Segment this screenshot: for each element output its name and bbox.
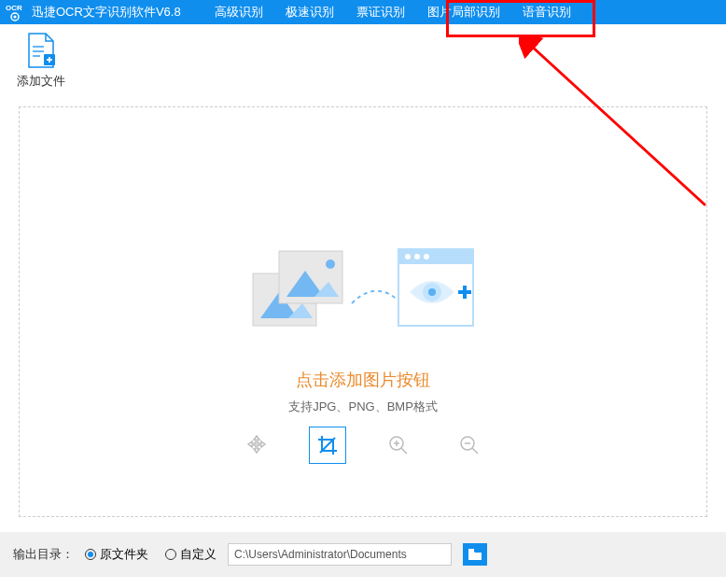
dropzone[interactable]: 点击添加图片按钮 支持JPG、PNG、BMP格式 <box>19 106 707 517</box>
move-tool[interactable] <box>238 427 275 464</box>
add-file-button[interactable]: 添加文件 <box>17 32 65 90</box>
tab-fast[interactable]: 极速识别 <box>274 0 345 24</box>
svg-point-21 <box>405 254 411 259</box>
tab-advanced[interactable]: 高级识别 <box>203 0 274 24</box>
svg-point-2 <box>13 15 16 18</box>
toolbar: 添加文件 <box>0 24 726 97</box>
radio-custom-folder[interactable]: 自定义 <box>165 546 216 563</box>
dropzone-tools <box>238 427 488 464</box>
svg-point-23 <box>424 254 429 259</box>
app-logo: OCR <box>6 3 24 21</box>
nav-tabs: 高级识别 极速识别 票证识别 图片局部识别 语音识别 <box>203 0 582 24</box>
title-bar: OCR 迅捷OCR文字识别软件V6.8 高级识别 极速识别 票证识别 图片局部识… <box>0 0 726 24</box>
svg-point-16 <box>326 259 335 269</box>
browse-folder-button[interactable] <box>463 543 487 566</box>
zoom-out-tool[interactable] <box>451 427 488 464</box>
zoom-in-icon <box>387 434 410 456</box>
tab-ticket[interactable]: 票证识别 <box>345 0 416 24</box>
zoom-out-icon <box>458 434 481 456</box>
move-icon <box>245 434 268 456</box>
radio-icon <box>165 549 176 560</box>
dropzone-prompt: 点击添加图片按钮 <box>296 369 430 391</box>
svg-rect-36 <box>468 549 474 552</box>
zoom-in-tool[interactable] <box>380 427 417 464</box>
document-plus-icon <box>25 32 57 69</box>
app-title: 迅捷OCR文字识别软件V6.8 <box>32 4 181 21</box>
svg-point-25 <box>428 288 436 296</box>
svg-line-34 <box>472 448 478 454</box>
svg-text:OCR: OCR <box>6 4 22 12</box>
radio-icon <box>85 549 96 560</box>
dropzone-illustration <box>251 245 475 348</box>
main-area: 点击添加图片按钮 支持JPG、PNG、BMP格式 <box>0 97 726 532</box>
logo-icon: OCR <box>6 3 24 21</box>
crop-icon <box>316 434 339 456</box>
svg-line-30 <box>401 448 407 454</box>
output-dir-radios: 原文件夹 自定义 <box>85 546 216 563</box>
radio-original-folder[interactable]: 原文件夹 <box>85 546 148 563</box>
output-path-field[interactable] <box>228 543 452 566</box>
folder-icon <box>468 548 482 561</box>
svg-point-22 <box>414 254 420 259</box>
radio-original-label: 原文件夹 <box>100 546 148 563</box>
tab-region[interactable]: 图片局部识别 <box>416 0 511 24</box>
add-file-label: 添加文件 <box>17 73 65 90</box>
radio-custom-label: 自定义 <box>180 546 216 563</box>
dropzone-subtext: 支持JPG、PNG、BMP格式 <box>288 399 438 415</box>
footer-bar: 输出目录： 原文件夹 自定义 <box>0 532 726 577</box>
crop-tool[interactable] <box>309 427 346 464</box>
output-dir-label: 输出目录： <box>13 546 74 563</box>
tab-voice[interactable]: 语音识别 <box>511 0 582 24</box>
